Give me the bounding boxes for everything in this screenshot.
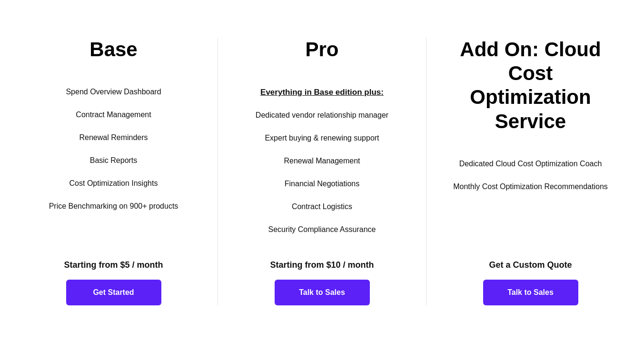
- pricing-column-addon: Add On: Cloud Cost Optimization ServiceD…: [426, 38, 634, 306]
- base-feature-item: Spend Overview Dashboard: [29, 81, 198, 103]
- pro-title: Pro: [305, 38, 338, 61]
- pro-feature-item: Dedicated vendor relationship manager: [237, 104, 407, 127]
- addon-footer: Get a Custom QuoteTalk to Sales: [446, 260, 615, 305]
- addon-cta-button[interactable]: Talk to Sales: [483, 280, 578, 305]
- base-feature-item: Basic Reports: [29, 149, 198, 172]
- pro-feature-item: Security Compliance Assurance: [237, 218, 407, 241]
- pro-cta-button[interactable]: Talk to Sales: [275, 280, 370, 305]
- addon-feature-item: Monthly Cost Optimization Recommendation…: [446, 175, 615, 198]
- pro-feature-item: Contract Logistics: [237, 195, 407, 218]
- base-feature-item: Price Benchmarking on 900+ products: [29, 195, 198, 218]
- addon-feature-item: Dedicated Cloud Cost Optimization Coach: [446, 152, 615, 175]
- base-title: Base: [89, 38, 137, 61]
- base-price-label: Starting from $5 / month: [64, 260, 163, 270]
- pro-feature-item: Everything in Base edition plus:: [237, 81, 407, 104]
- base-feature-item: Renewal Reminders: [29, 126, 198, 149]
- addon-features-list: Dedicated Cloud Cost Optimization CoachM…: [446, 152, 615, 241]
- pro-feature-item: Financial Negotiations: [237, 172, 407, 195]
- pricing-column-pro: ProEverything in Base edition plus:Dedic…: [218, 38, 426, 306]
- pricing-column-base: BaseSpend Overview DashboardContract Man…: [10, 38, 218, 306]
- base-footer: Starting from $5 / monthGet Started: [29, 260, 198, 305]
- pro-price-label: Starting from $10 / month: [270, 260, 374, 270]
- pro-feature-item: Expert buying & renewing support: [237, 127, 407, 150]
- pro-feature-item: Renewal Management: [237, 150, 407, 172]
- pricing-container: BaseSpend Overview DashboardContract Man…: [0, 19, 644, 325]
- pro-footer: Starting from $10 / monthTalk to Sales: [237, 260, 407, 305]
- addon-price-label: Get a Custom Quote: [489, 260, 572, 270]
- pro-features-list: Everything in Base edition plus:Dedicate…: [237, 81, 407, 242]
- base-cta-button[interactable]: Get Started: [66, 280, 161, 305]
- base-feature-item: Cost Optimization Insights: [29, 172, 198, 195]
- addon-title: Add On: Cloud Cost Optimization Service: [446, 38, 615, 134]
- base-features-list: Spend Overview DashboardContract Managem…: [29, 81, 198, 242]
- base-feature-item: Contract Management: [29, 103, 198, 126]
